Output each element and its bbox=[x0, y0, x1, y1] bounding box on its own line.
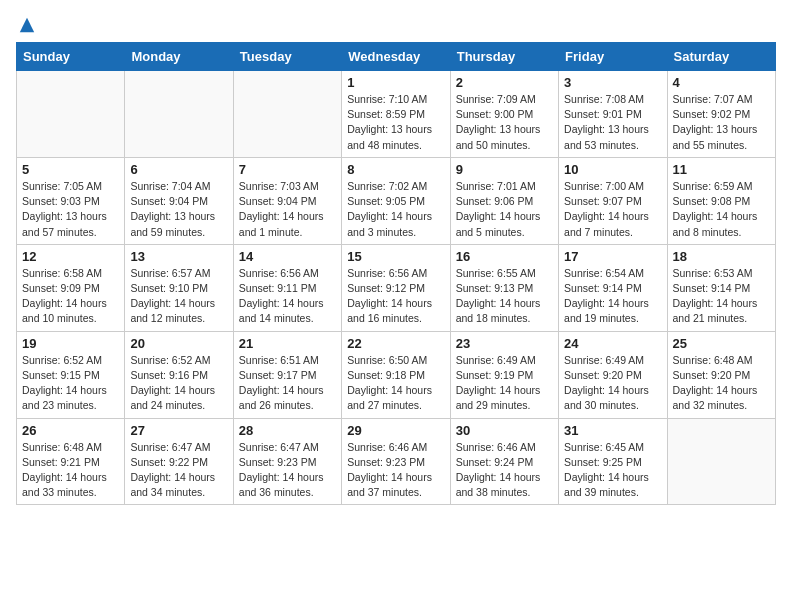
day-info: Sunrise: 7:02 AM Sunset: 9:05 PM Dayligh… bbox=[347, 179, 444, 240]
calendar-cell: 1Sunrise: 7:10 AM Sunset: 8:59 PM Daylig… bbox=[342, 71, 450, 158]
day-info: Sunrise: 6:52 AM Sunset: 9:16 PM Dayligh… bbox=[130, 353, 227, 414]
day-of-week-header: Friday bbox=[559, 43, 667, 71]
day-info: Sunrise: 6:47 AM Sunset: 9:22 PM Dayligh… bbox=[130, 440, 227, 501]
day-number: 31 bbox=[564, 423, 661, 438]
svg-marker-0 bbox=[20, 18, 34, 32]
day-number: 22 bbox=[347, 336, 444, 351]
calendar-header-row: SundayMondayTuesdayWednesdayThursdayFrid… bbox=[17, 43, 776, 71]
day-of-week-header: Monday bbox=[125, 43, 233, 71]
calendar-cell bbox=[125, 71, 233, 158]
calendar-cell: 13Sunrise: 6:57 AM Sunset: 9:10 PM Dayli… bbox=[125, 244, 233, 331]
day-number: 29 bbox=[347, 423, 444, 438]
day-info: Sunrise: 6:46 AM Sunset: 9:24 PM Dayligh… bbox=[456, 440, 553, 501]
calendar-table: SundayMondayTuesdayWednesdayThursdayFrid… bbox=[16, 42, 776, 505]
calendar-cell bbox=[233, 71, 341, 158]
day-number: 25 bbox=[673, 336, 770, 351]
calendar-cell: 15Sunrise: 6:56 AM Sunset: 9:12 PM Dayli… bbox=[342, 244, 450, 331]
day-info: Sunrise: 7:03 AM Sunset: 9:04 PM Dayligh… bbox=[239, 179, 336, 240]
day-of-week-header: Tuesday bbox=[233, 43, 341, 71]
day-info: Sunrise: 6:52 AM Sunset: 9:15 PM Dayligh… bbox=[22, 353, 119, 414]
day-info: Sunrise: 6:46 AM Sunset: 9:23 PM Dayligh… bbox=[347, 440, 444, 501]
calendar-cell bbox=[17, 71, 125, 158]
day-info: Sunrise: 7:04 AM Sunset: 9:04 PM Dayligh… bbox=[130, 179, 227, 240]
calendar-week-row: 26Sunrise: 6:48 AM Sunset: 9:21 PM Dayli… bbox=[17, 418, 776, 505]
day-info: Sunrise: 6:57 AM Sunset: 9:10 PM Dayligh… bbox=[130, 266, 227, 327]
calendar-cell: 25Sunrise: 6:48 AM Sunset: 9:20 PM Dayli… bbox=[667, 331, 775, 418]
calendar-cell: 24Sunrise: 6:49 AM Sunset: 9:20 PM Dayli… bbox=[559, 331, 667, 418]
day-number: 6 bbox=[130, 162, 227, 177]
day-info: Sunrise: 7:09 AM Sunset: 9:00 PM Dayligh… bbox=[456, 92, 553, 153]
calendar-cell: 7Sunrise: 7:03 AM Sunset: 9:04 PM Daylig… bbox=[233, 157, 341, 244]
calendar-week-row: 19Sunrise: 6:52 AM Sunset: 9:15 PM Dayli… bbox=[17, 331, 776, 418]
calendar-cell: 11Sunrise: 6:59 AM Sunset: 9:08 PM Dayli… bbox=[667, 157, 775, 244]
calendar-week-row: 12Sunrise: 6:58 AM Sunset: 9:09 PM Dayli… bbox=[17, 244, 776, 331]
calendar-cell: 22Sunrise: 6:50 AM Sunset: 9:18 PM Dayli… bbox=[342, 331, 450, 418]
logo-icon bbox=[18, 16, 36, 34]
day-number: 23 bbox=[456, 336, 553, 351]
day-number: 21 bbox=[239, 336, 336, 351]
day-number: 16 bbox=[456, 249, 553, 264]
calendar-cell: 28Sunrise: 6:47 AM Sunset: 9:23 PM Dayli… bbox=[233, 418, 341, 505]
day-number: 1 bbox=[347, 75, 444, 90]
calendar-cell: 6Sunrise: 7:04 AM Sunset: 9:04 PM Daylig… bbox=[125, 157, 233, 244]
calendar-cell: 14Sunrise: 6:56 AM Sunset: 9:11 PM Dayli… bbox=[233, 244, 341, 331]
day-info: Sunrise: 6:56 AM Sunset: 9:11 PM Dayligh… bbox=[239, 266, 336, 327]
calendar-cell: 3Sunrise: 7:08 AM Sunset: 9:01 PM Daylig… bbox=[559, 71, 667, 158]
day-number: 7 bbox=[239, 162, 336, 177]
calendar-cell: 27Sunrise: 6:47 AM Sunset: 9:22 PM Dayli… bbox=[125, 418, 233, 505]
day-number: 26 bbox=[22, 423, 119, 438]
day-info: Sunrise: 6:47 AM Sunset: 9:23 PM Dayligh… bbox=[239, 440, 336, 501]
day-of-week-header: Wednesday bbox=[342, 43, 450, 71]
day-info: Sunrise: 6:54 AM Sunset: 9:14 PM Dayligh… bbox=[564, 266, 661, 327]
day-number: 12 bbox=[22, 249, 119, 264]
calendar-cell: 16Sunrise: 6:55 AM Sunset: 9:13 PM Dayli… bbox=[450, 244, 558, 331]
day-info: Sunrise: 6:45 AM Sunset: 9:25 PM Dayligh… bbox=[564, 440, 661, 501]
day-info: Sunrise: 7:07 AM Sunset: 9:02 PM Dayligh… bbox=[673, 92, 770, 153]
day-number: 14 bbox=[239, 249, 336, 264]
day-number: 8 bbox=[347, 162, 444, 177]
calendar-cell: 10Sunrise: 7:00 AM Sunset: 9:07 PM Dayli… bbox=[559, 157, 667, 244]
day-info: Sunrise: 7:01 AM Sunset: 9:06 PM Dayligh… bbox=[456, 179, 553, 240]
calendar-cell: 17Sunrise: 6:54 AM Sunset: 9:14 PM Dayli… bbox=[559, 244, 667, 331]
calendar-cell bbox=[667, 418, 775, 505]
day-number: 11 bbox=[673, 162, 770, 177]
day-info: Sunrise: 7:10 AM Sunset: 8:59 PM Dayligh… bbox=[347, 92, 444, 153]
day-number: 24 bbox=[564, 336, 661, 351]
calendar-cell: 23Sunrise: 6:49 AM Sunset: 9:19 PM Dayli… bbox=[450, 331, 558, 418]
day-number: 19 bbox=[22, 336, 119, 351]
day-info: Sunrise: 6:51 AM Sunset: 9:17 PM Dayligh… bbox=[239, 353, 336, 414]
calendar-week-row: 1Sunrise: 7:10 AM Sunset: 8:59 PM Daylig… bbox=[17, 71, 776, 158]
day-number: 13 bbox=[130, 249, 227, 264]
day-info: Sunrise: 6:49 AM Sunset: 9:20 PM Dayligh… bbox=[564, 353, 661, 414]
day-info: Sunrise: 7:05 AM Sunset: 9:03 PM Dayligh… bbox=[22, 179, 119, 240]
day-number: 18 bbox=[673, 249, 770, 264]
day-number: 20 bbox=[130, 336, 227, 351]
day-info: Sunrise: 6:49 AM Sunset: 9:19 PM Dayligh… bbox=[456, 353, 553, 414]
calendar-cell: 19Sunrise: 6:52 AM Sunset: 9:15 PM Dayli… bbox=[17, 331, 125, 418]
calendar-cell: 4Sunrise: 7:07 AM Sunset: 9:02 PM Daylig… bbox=[667, 71, 775, 158]
calendar-cell: 5Sunrise: 7:05 AM Sunset: 9:03 PM Daylig… bbox=[17, 157, 125, 244]
day-number: 10 bbox=[564, 162, 661, 177]
day-number: 27 bbox=[130, 423, 227, 438]
calendar-cell: 2Sunrise: 7:09 AM Sunset: 9:00 PM Daylig… bbox=[450, 71, 558, 158]
day-number: 17 bbox=[564, 249, 661, 264]
day-number: 2 bbox=[456, 75, 553, 90]
calendar-cell: 31Sunrise: 6:45 AM Sunset: 9:25 PM Dayli… bbox=[559, 418, 667, 505]
day-number: 15 bbox=[347, 249, 444, 264]
day-number: 3 bbox=[564, 75, 661, 90]
day-info: Sunrise: 6:56 AM Sunset: 9:12 PM Dayligh… bbox=[347, 266, 444, 327]
day-info: Sunrise: 6:59 AM Sunset: 9:08 PM Dayligh… bbox=[673, 179, 770, 240]
calendar-cell: 8Sunrise: 7:02 AM Sunset: 9:05 PM Daylig… bbox=[342, 157, 450, 244]
day-info: Sunrise: 6:48 AM Sunset: 9:21 PM Dayligh… bbox=[22, 440, 119, 501]
calendar-cell: 12Sunrise: 6:58 AM Sunset: 9:09 PM Dayli… bbox=[17, 244, 125, 331]
calendar-cell: 26Sunrise: 6:48 AM Sunset: 9:21 PM Dayli… bbox=[17, 418, 125, 505]
day-info: Sunrise: 7:00 AM Sunset: 9:07 PM Dayligh… bbox=[564, 179, 661, 240]
day-info: Sunrise: 6:53 AM Sunset: 9:14 PM Dayligh… bbox=[673, 266, 770, 327]
day-info: Sunrise: 6:58 AM Sunset: 9:09 PM Dayligh… bbox=[22, 266, 119, 327]
day-number: 30 bbox=[456, 423, 553, 438]
calendar-cell: 9Sunrise: 7:01 AM Sunset: 9:06 PM Daylig… bbox=[450, 157, 558, 244]
calendar-cell: 29Sunrise: 6:46 AM Sunset: 9:23 PM Dayli… bbox=[342, 418, 450, 505]
day-info: Sunrise: 6:55 AM Sunset: 9:13 PM Dayligh… bbox=[456, 266, 553, 327]
calendar-cell: 30Sunrise: 6:46 AM Sunset: 9:24 PM Dayli… bbox=[450, 418, 558, 505]
calendar-week-row: 5Sunrise: 7:05 AM Sunset: 9:03 PM Daylig… bbox=[17, 157, 776, 244]
